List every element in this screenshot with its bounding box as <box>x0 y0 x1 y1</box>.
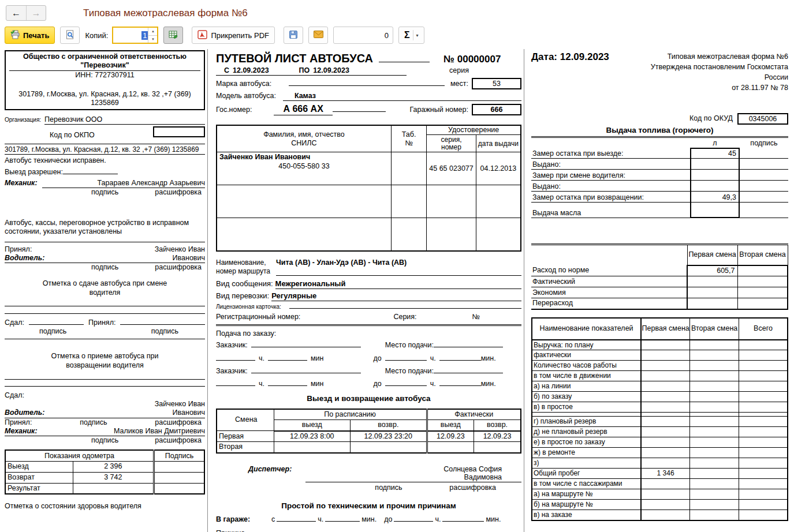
mechanic-label: Механик: <box>5 179 38 188</box>
reason-label: Причина <box>216 529 245 532</box>
route-value: Чита (АВ) - Улан-Удэ (АВ) - Чита (АВ) <box>276 258 521 276</box>
to-date: 12.09.2023 <box>313 66 349 75</box>
mechanic2-name: Маликов Иван Дмитриевич <box>38 427 205 436</box>
spinner-down-icon[interactable]: ▼ <box>148 36 157 43</box>
okpo-label: Код по ОКПО <box>50 131 95 140</box>
blank-line <box>289 85 445 86</box>
blank-line <box>289 308 521 309</box>
indicator-label <box>532 413 641 417</box>
indicator-total-value <box>739 427 788 437</box>
indicator-row: б) по заказу <box>532 392 788 402</box>
place-label: Место подачи: <box>385 367 434 376</box>
blank-line <box>63 167 118 174</box>
indicator-shift1-value <box>641 500 690 510</box>
date-heading: Дата: 12.09.2023 <box>531 51 644 93</box>
seats-box: 53 <box>472 78 521 89</box>
print-preview[interactable]: Общество с ограниченной ответственностью… <box>0 49 794 532</box>
indicator-total-value <box>739 392 788 402</box>
driver-row <box>217 185 521 218</box>
indicator-row: а) на маршруте № <box>532 489 788 500</box>
email-button[interactable] <box>308 27 328 44</box>
forward-button[interactable]: → <box>26 6 46 20</box>
plate-label: Гос.номер: <box>216 106 252 114</box>
number-sign: № <box>472 313 480 321</box>
driver-series-cell: 45 65 023077 <box>427 152 476 185</box>
printer-icon <box>10 30 20 41</box>
indicator-label: ж) в ремонте <box>532 448 641 458</box>
reason-row: Причина <box>216 529 521 532</box>
indicator-shift2-value <box>690 413 739 417</box>
form-note: Типовая межотраслевая форма №6 <box>644 51 788 62</box>
indicator-shift1-value <box>641 413 690 417</box>
indicator-total-value <box>739 458 788 469</box>
indicator-shift2-value <box>690 381 739 392</box>
form-approval-notes: Типовая межотраслевая форма №6 Утвержден… <box>644 51 788 93</box>
bus-brand-row: Марка автобуса: мест: 53 <box>216 78 521 89</box>
mechanic2-row: Механик: Маликов Иван Дмитриевич <box>5 427 205 436</box>
indicator-label: д) не плановый резерв <box>532 427 641 437</box>
copies-spinner[interactable]: 1 ▲ ▼ <box>112 27 158 44</box>
indicator-total-value <box>739 381 788 392</box>
indicator-total-value <box>739 500 788 510</box>
indicator-shift1-value <box>641 402 690 413</box>
indicator-shift2-value <box>690 448 739 458</box>
blank-line <box>216 379 255 386</box>
nav-button-group: ← → <box>6 5 46 21</box>
reg-number-label: Регистрационный номер: <box>216 313 300 321</box>
indicator-shift1-value <box>641 479 690 489</box>
blank-line <box>216 354 255 361</box>
print-preview-button[interactable] <box>60 27 80 44</box>
schedule-value-cell <box>474 442 521 453</box>
indicator-shift1-value <box>641 489 690 500</box>
table-settings-button[interactable] <box>163 27 183 44</box>
driver-row <box>217 218 521 251</box>
odometer-sign-header: Подпись <box>154 450 204 461</box>
divider <box>5 313 205 314</box>
plate-value: А 666 АХ <box>274 103 332 115</box>
fuel-row: Выдано: <box>531 181 788 192</box>
from-date: 12.09.2023 <box>233 66 269 75</box>
dispatcher-block: Диспетчер: Солнцева София Вадимовна подп… <box>216 465 521 492</box>
attach-pdf-button[interactable]: Прикрепить PDF <box>192 27 275 44</box>
garage-number-box: 666 <box>472 104 521 115</box>
copies-value[interactable]: 1 <box>113 28 148 43</box>
blank-line <box>385 379 427 386</box>
driver-name-line2: Иванович <box>44 409 205 417</box>
signature-row: подпись расшифровка <box>5 436 205 445</box>
indicator-shift1-value <box>641 371 690 381</box>
sigma-button[interactable]: Σ ▾ <box>398 27 424 44</box>
indicator-row: Выручка: по плану <box>532 340 788 350</box>
odometer-label: Возврат <box>5 472 73 483</box>
divider <box>5 379 205 380</box>
indicator-label: Выручка: по плану <box>532 340 641 350</box>
print-button[interactable]: Печать <box>5 27 55 44</box>
save-button[interactable] <box>284 27 303 44</box>
indicator-shift1-value <box>641 417 690 427</box>
spinner-up-icon[interactable]: ▲ <box>148 28 157 36</box>
sum-field[interactable]: 0 <box>333 27 393 44</box>
indicator-shift1-value <box>641 392 690 402</box>
spinner-arrows: ▲ ▼ <box>148 28 157 43</box>
fuel-value <box>690 159 740 170</box>
handed-accepted-row: Сдал: Принял: <box>5 318 205 327</box>
consumption-shift2-value <box>737 265 788 276</box>
shift2-header: Вторая смена <box>737 245 788 265</box>
driver-label: Водитель: <box>5 409 44 417</box>
consumption-shift2-value <box>737 276 788 287</box>
accepted-row: Принял: Зайченко Иван <box>5 245 205 254</box>
table-edit-icon <box>169 30 178 41</box>
blank-line <box>29 318 84 325</box>
indicator-shift2-value <box>690 350 739 361</box>
consumption-shift1-value: 605,7 <box>687 265 737 276</box>
departure-allowed-row: Выезд разрешен: <box>5 167 205 177</box>
driver-snils: 450-055-580 33 <box>219 162 389 171</box>
driver-tab-cell <box>391 152 426 185</box>
departure-title: Выезд и возвращение автобуса <box>216 394 521 403</box>
shift1-header: Первая смена <box>641 318 690 340</box>
fuel-value: 45 <box>690 148 740 159</box>
blank-line <box>434 366 503 373</box>
back-button[interactable]: ← <box>6 6 26 20</box>
fuel-title: Выдача топлива (горючего) <box>531 126 788 138</box>
service-type-row: Вид сообщения: Межрегиональный <box>216 279 521 289</box>
fuel-row: Выдано: <box>531 159 788 170</box>
